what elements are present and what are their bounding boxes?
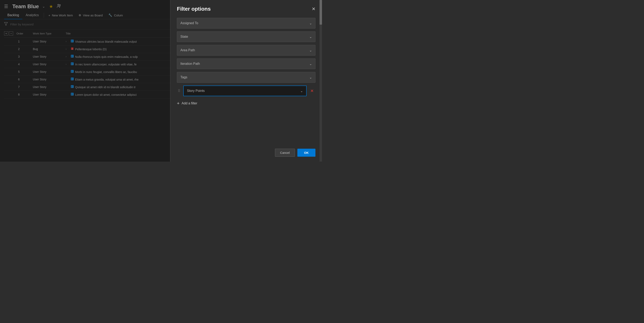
remove-story-points-button[interactable]: ✕	[309, 88, 316, 94]
iteration-path-chevron-icon: ⌄	[309, 62, 312, 66]
drag-handle-icon[interactable]: ⠿	[177, 88, 181, 94]
state-dropdown[interactable]: State ⌄	[177, 31, 316, 42]
panel-footer: Cancel OK	[170, 145, 322, 162]
assigned-to-chevron-icon: ⌄	[309, 21, 312, 25]
state-chevron-icon: ⌄	[309, 35, 312, 39]
scroll-thumb[interactable]	[320, 0, 322, 25]
story-points-chevron-icon: ⌄	[300, 89, 303, 93]
ok-button[interactable]: OK	[297, 149, 316, 157]
panel-header: Filter options ✕	[170, 0, 322, 16]
story-points-dropdown[interactable]: Story Points ⌄	[183, 85, 306, 96]
scroll-track	[320, 0, 322, 162]
panel-body: Assigned To ⌄ State ⌄ Area Path ⌄ Iterat…	[170, 16, 322, 145]
area-path-dropdown[interactable]: Area Path ⌄	[177, 45, 316, 55]
add-filter-button[interactable]: + Add a filter	[177, 99, 316, 108]
story-points-row: ⠿ Story Points ⌄ ✕	[177, 85, 316, 96]
area-path-chevron-icon: ⌄	[309, 48, 312, 52]
filter-options-panel: Filter options ✕ Assigned To ⌄ State ⌄ A…	[170, 0, 322, 162]
cancel-button[interactable]: Cancel	[275, 149, 295, 157]
panel-title: Filter options	[177, 6, 211, 12]
tags-chevron-icon: ⌄	[309, 75, 312, 79]
tags-dropdown[interactable]: Tags ⌄	[177, 72, 316, 83]
iteration-path-dropdown[interactable]: Iteration Path ⌄	[177, 58, 316, 69]
assigned-to-dropdown[interactable]: Assigned To ⌄	[177, 18, 316, 28]
add-filter-icon: +	[177, 101, 180, 106]
close-panel-button[interactable]: ✕	[312, 6, 316, 12]
